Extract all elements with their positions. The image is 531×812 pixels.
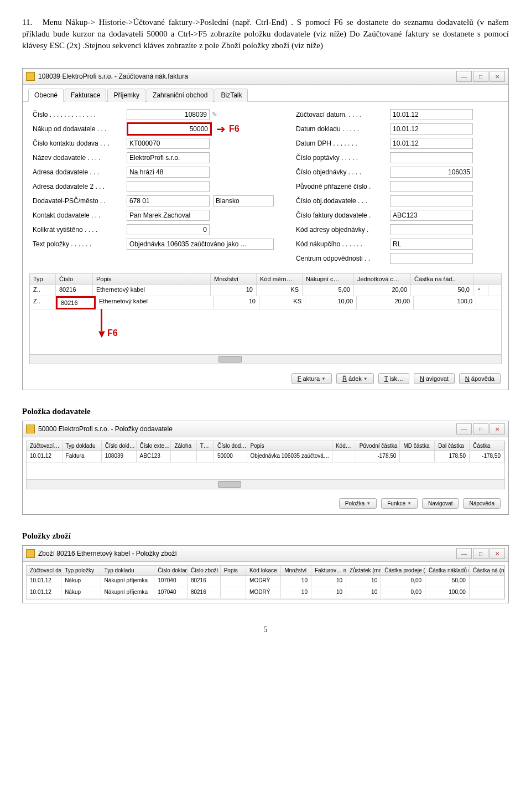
- field-value[interactable]: 10.01.12: [390, 109, 473, 120]
- column-header[interactable]: Kód lokace: [246, 566, 281, 575]
- field-value[interactable]: [390, 181, 473, 192]
- column-header[interactable]: Typ: [30, 274, 56, 284]
- table-cell: 20,00: [357, 296, 414, 309]
- table-row[interactable]: 10.01.12NákupNákupní příjemka10704080216…: [27, 587, 504, 599]
- close-button[interactable]: ✕: [490, 548, 505, 559]
- column-header[interactable]: Jednotková c…: [354, 274, 411, 284]
- table-row[interactable]: 10.01.12Faktura108039ABC12350000Objednáv…: [27, 451, 504, 463]
- column-header[interactable]: Množství: [281, 566, 311, 575]
- minimize-button[interactable]: —: [456, 548, 472, 559]
- field-value[interactable]: Objednávka 106035 zaúčtováno jako …: [127, 239, 274, 250]
- column-header[interactable]: Dal částka: [435, 441, 470, 451]
- table-cell: -178,50: [470, 451, 504, 462]
- column-header[interactable]: T…: [197, 441, 214, 451]
- arrow-right-icon: ➔: [216, 122, 226, 136]
- field-value[interactable]: 106035: [390, 167, 473, 178]
- column-header[interactable]: Typ dokladu: [101, 566, 155, 575]
- close-button[interactable]: ✕: [490, 423, 505, 435]
- table-row[interactable]: Z..80216Ethernetový kabel10KS10,0020,001…: [30, 296, 501, 310]
- table-row[interactable]: Z..80216Ethernetový kabel10KS5,0020,0050…: [30, 285, 501, 296]
- field-value[interactable]: [127, 181, 210, 192]
- field-value[interactable]: 678 01: [127, 195, 210, 206]
- form-row: Kontakt dodavatele . . .Pan Marek Zachov…: [33, 209, 274, 221]
- column-header[interactable]: Původní částka: [356, 441, 400, 451]
- field-value[interactable]: [390, 152, 473, 163]
- column-header[interactable]: Popis: [221, 566, 246, 575]
- tab-zahraniční obchod[interactable]: Zahraniční obchod: [147, 89, 214, 102]
- field-value[interactable]: RL: [390, 239, 473, 250]
- column-header[interactable]: MD částka: [400, 441, 435, 451]
- field-value[interactable]: [390, 253, 473, 264]
- table-cell: 10: [311, 576, 346, 587]
- button-navigovat[interactable]: Navigovat: [422, 498, 459, 509]
- column-header[interactable]: Kód měrn…: [257, 274, 303, 284]
- button-navigovat[interactable]: Navigovat: [414, 373, 455, 384]
- column-header[interactable]: Kód…: [332, 441, 356, 451]
- button-nápověda[interactable]: Nápověda: [459, 373, 501, 384]
- column-header[interactable]: Částka: [470, 441, 504, 451]
- column-header[interactable]: Částka nákladů (skutečná): [425, 566, 470, 575]
- tab-obecné[interactable]: Obecné: [28, 89, 64, 102]
- button-položka[interactable]: Položka ▼: [339, 498, 377, 509]
- field-value[interactable]: 108039: [127, 109, 210, 120]
- column-header[interactable]: Číslo zboží: [188, 566, 221, 575]
- horizontal-scrollbar[interactable]: [30, 354, 501, 364]
- field-value[interactable]: Na hrázi 48: [127, 167, 210, 178]
- tab-biztalk[interactable]: BizTalk: [215, 89, 248, 102]
- table-cell: ABC123: [137, 451, 171, 462]
- field-value[interactable]: 10.01.12: [390, 138, 473, 149]
- minimize-button[interactable]: —: [456, 423, 472, 435]
- form-row: Centrum odpovědnosti . .: [296, 252, 498, 265]
- column-header[interactable]: Číslo: [56, 274, 93, 284]
- column-header[interactable]: Zúčtovací…: [27, 441, 63, 451]
- button-nápověda[interactable]: Nápověda: [463, 498, 501, 509]
- column-header[interactable]: Číslo dod…: [214, 441, 247, 451]
- field-value[interactable]: ElektroProfi s.r.o.: [127, 152, 210, 163]
- button-řádek[interactable]: Řádek ▼: [336, 373, 374, 384]
- field-value[interactable]: 0: [127, 224, 210, 235]
- table-cell: [470, 576, 504, 587]
- column-header[interactable]: Číslo exte…: [137, 441, 171, 451]
- column-header[interactable]: Částka prodeje (skutečná): [381, 566, 425, 575]
- field-value[interactable]: Pan Marek Zachoval: [127, 210, 210, 221]
- column-header[interactable]: Číslo dokl…: [102, 441, 137, 451]
- field-value[interactable]: ABC123: [390, 210, 473, 221]
- column-header[interactable]: Popis: [93, 274, 211, 284]
- column-header[interactable]: Nákupní c…: [303, 274, 354, 284]
- tab-fakturace[interactable]: Fakturace: [65, 89, 106, 102]
- page-number: 5: [22, 625, 509, 634]
- field-value-extra[interactable]: Blansko: [213, 195, 274, 206]
- column-header[interactable]: Číslo dokladu: [154, 566, 188, 575]
- scroll-up-icon[interactable]: ▲: [473, 285, 488, 296]
- maximize-button[interactable]: □: [473, 548, 488, 559]
- field-value[interactable]: [390, 224, 473, 235]
- button-faktura[interactable]: Faktura ▼: [291, 373, 332, 384]
- field-label: Text položky . . . . . .: [33, 240, 127, 248]
- close-button[interactable]: ✕: [490, 71, 505, 82]
- edit-icon[interactable]: ✎: [212, 111, 217, 118]
- column-header[interactable]: Částka ná (neinv.): [470, 566, 504, 575]
- column-header[interactable]: Typ dokladu: [63, 441, 102, 451]
- tab-příjemky[interactable]: Příjemky: [107, 89, 145, 102]
- column-header[interactable]: Popis: [247, 441, 332, 451]
- maximize-button[interactable]: □: [473, 71, 488, 82]
- table-cell: Nákup: [61, 576, 101, 587]
- field-value[interactable]: [390, 195, 473, 206]
- button-funkce[interactable]: Funkce ▼: [381, 498, 418, 509]
- column-header[interactable]: Množství: [211, 274, 257, 284]
- field-value[interactable]: 10.01.12: [390, 123, 473, 135]
- column-header[interactable]: Záloha: [171, 441, 196, 451]
- button-tisk[interactable]: Tisk…: [378, 373, 409, 384]
- table-row[interactable]: 10.01.12NákupNákupní příjemka10704080216…: [27, 576, 504, 587]
- field-value[interactable]: KT000070: [127, 138, 210, 149]
- column-header[interactable]: Zůstatek (množství): [346, 566, 381, 575]
- form-row: Kód nákupčího . . . . . .RL: [296, 238, 498, 250]
- column-header[interactable]: Zúčtovací datum: [27, 566, 61, 575]
- column-header[interactable]: Typ položky: [61, 566, 101, 575]
- maximize-button[interactable]: □: [473, 423, 488, 435]
- field-value[interactable]: 50000: [127, 122, 212, 136]
- column-header[interactable]: Částka na řád..: [411, 274, 473, 284]
- horizontal-scrollbar[interactable]: [27, 479, 504, 489]
- column-header[interactable]: Fakturov… množství: [311, 566, 346, 575]
- minimize-button[interactable]: —: [456, 71, 472, 82]
